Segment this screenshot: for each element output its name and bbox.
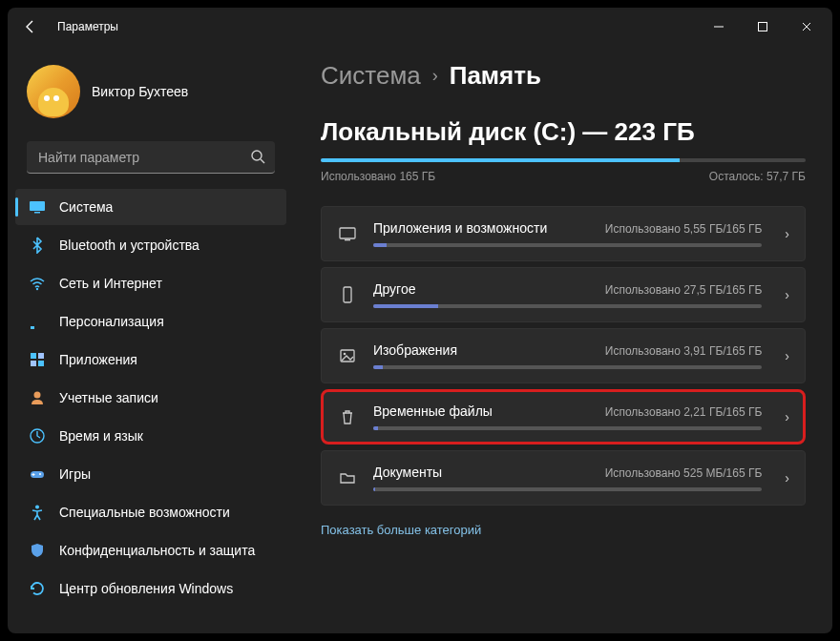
svg-rect-19 xyxy=(344,287,351,302)
maximize-button[interactable] xyxy=(741,8,785,46)
clock-globe-icon xyxy=(29,427,46,445)
svg-point-12 xyxy=(34,392,41,399)
nav-item-time-language[interactable]: Время и язык xyxy=(15,418,286,454)
image-icon xyxy=(337,345,358,366)
category-other[interactable]: ДругоеИспользовано 27,5 ГБ/165 ГБ › xyxy=(321,267,806,322)
nav-label: Сеть и Интернет xyxy=(59,276,162,291)
category-apps[interactable]: Приложения и возможностиИспользовано 5,5… xyxy=(321,206,806,261)
trash-icon xyxy=(337,406,358,427)
nav-item-system[interactable]: Система xyxy=(15,189,286,225)
search-input[interactable] xyxy=(27,141,275,174)
profile-name: Виктор Бухтеев xyxy=(92,84,188,99)
nav-item-gaming[interactable]: Игры xyxy=(15,456,286,492)
svg-rect-9 xyxy=(38,353,44,359)
svg-rect-5 xyxy=(34,212,40,214)
chevron-right-icon: › xyxy=(785,409,789,424)
close-button[interactable] xyxy=(785,8,829,46)
apps-icon xyxy=(337,223,358,244)
category-label: Документы xyxy=(373,465,442,480)
category-label: Временные файлы xyxy=(373,403,493,419)
svg-rect-4 xyxy=(30,201,45,211)
user-icon xyxy=(29,389,46,406)
svg-rect-11 xyxy=(38,361,44,366)
category-documents[interactable]: ДокументыИспользовано 525 МБ/165 ГБ › xyxy=(321,450,806,506)
disk-used-label: Использовано 165 ГБ xyxy=(321,170,435,183)
profile-block[interactable]: Виктор Бухтеев xyxy=(15,57,286,126)
svg-point-15 xyxy=(39,473,41,475)
window-controls xyxy=(697,8,829,46)
search-icon xyxy=(250,149,265,164)
brush-icon xyxy=(29,313,46,330)
nav-item-apps[interactable]: Приложения xyxy=(15,341,286,378)
show-more-link[interactable]: Показать больше категорий xyxy=(321,523,481,537)
disk-stats: Использовано 165 ГБ Осталось: 57,7 ГБ xyxy=(321,170,806,183)
back-button[interactable] xyxy=(11,8,50,46)
svg-rect-17 xyxy=(340,228,355,238)
window-body: Виктор Бухтеев Система Bluetooth и устро… xyxy=(8,46,832,633)
accessibility-icon xyxy=(29,504,46,521)
chevron-right-icon: › xyxy=(785,226,789,241)
nav-label: Центр обновления Windows xyxy=(59,581,233,596)
category-body: Приложения и возможностиИспользовано 5,5… xyxy=(373,220,762,247)
category-label: Приложения и возможности xyxy=(373,220,547,236)
category-images[interactable]: ИзображенияИспользовано 3,91 ГБ/165 ГБ › xyxy=(321,328,806,383)
svg-rect-18 xyxy=(345,239,350,240)
svg-rect-7 xyxy=(31,326,34,329)
disk-fill xyxy=(321,158,680,162)
nav-label: Персонализация xyxy=(59,314,164,329)
nav-label: Учетные записи xyxy=(59,390,158,405)
svg-point-2 xyxy=(252,151,262,160)
nav-item-personalization[interactable]: Персонализация xyxy=(15,303,286,340)
nav-label: Специальные возможности xyxy=(59,505,230,520)
grid-icon xyxy=(29,351,46,368)
disk-usage-bar xyxy=(321,158,806,162)
sidebar: Виктор Бухтеев Система Bluetooth и устро… xyxy=(8,46,294,633)
svg-rect-1 xyxy=(759,23,767,31)
chevron-right-icon: › xyxy=(432,66,438,86)
avatar xyxy=(27,65,80,118)
svg-rect-10 xyxy=(31,361,36,366)
category-usage: Использовано 5,55 ГБ/165 ГБ xyxy=(605,222,763,236)
nav-label: Система xyxy=(59,199,113,215)
category-usage: Использовано 2,21 ГБ/165 ГБ xyxy=(605,405,763,419)
svg-point-6 xyxy=(36,288,38,290)
display-icon xyxy=(29,198,46,216)
update-icon xyxy=(29,580,46,597)
svg-rect-8 xyxy=(31,353,36,359)
category-temp-files[interactable]: Временные файлыИспользовано 2,21 ГБ/165 … xyxy=(321,389,806,445)
chevron-right-icon: › xyxy=(785,287,789,302)
disk-free-label: Осталось: 57,7 ГБ xyxy=(709,170,806,183)
category-label: Изображения xyxy=(373,342,457,358)
svg-point-21 xyxy=(344,353,346,356)
phone-icon xyxy=(337,284,358,305)
nav-item-accessibility[interactable]: Специальные возможности xyxy=(15,494,286,530)
breadcrumb-parent[interactable]: Система xyxy=(321,61,421,91)
nav-list: Система Bluetooth и устройства Сеть и Ин… xyxy=(15,189,286,607)
breadcrumb-current: Память xyxy=(450,61,541,91)
category-usage: Использовано 27,5 ГБ/165 ГБ xyxy=(605,283,763,297)
nav-item-privacy[interactable]: Конфиденциальность и защита xyxy=(15,532,286,569)
minimize-button[interactable] xyxy=(697,8,741,46)
category-usage: Использовано 3,91 ГБ/165 ГБ xyxy=(605,344,763,358)
search-wrap xyxy=(27,141,275,174)
bluetooth-icon xyxy=(29,237,46,254)
app-title: Параметры xyxy=(57,20,118,33)
nav-label: Приложения xyxy=(59,352,137,367)
category-body: ДругоеИспользовано 27,5 ГБ/165 ГБ xyxy=(373,281,762,308)
nav-item-windows-update[interactable]: Центр обновления Windows xyxy=(15,570,286,607)
nav-item-accounts[interactable]: Учетные записи xyxy=(15,380,286,416)
chevron-right-icon: › xyxy=(785,470,789,486)
svg-line-3 xyxy=(261,159,264,163)
disk-title: Локальный диск (C:) — 223 ГБ xyxy=(321,117,806,147)
titlebar: Параметры xyxy=(8,8,832,46)
chevron-right-icon: › xyxy=(785,348,789,363)
svg-point-16 xyxy=(35,506,39,509)
nav-item-network[interactable]: Сеть и Интернет xyxy=(15,265,286,301)
profile-info: Виктор Бухтеев xyxy=(92,84,188,99)
main-content: Система › Память Локальный диск (C:) — 2… xyxy=(294,46,832,633)
wifi-icon xyxy=(29,275,46,292)
category-body: ДокументыИспользовано 525 МБ/165 ГБ xyxy=(373,465,762,491)
gamepad-icon xyxy=(29,465,46,483)
nav-label: Bluetooth и устройства xyxy=(59,238,200,253)
nav-item-bluetooth[interactable]: Bluetooth и устройства xyxy=(15,227,286,263)
